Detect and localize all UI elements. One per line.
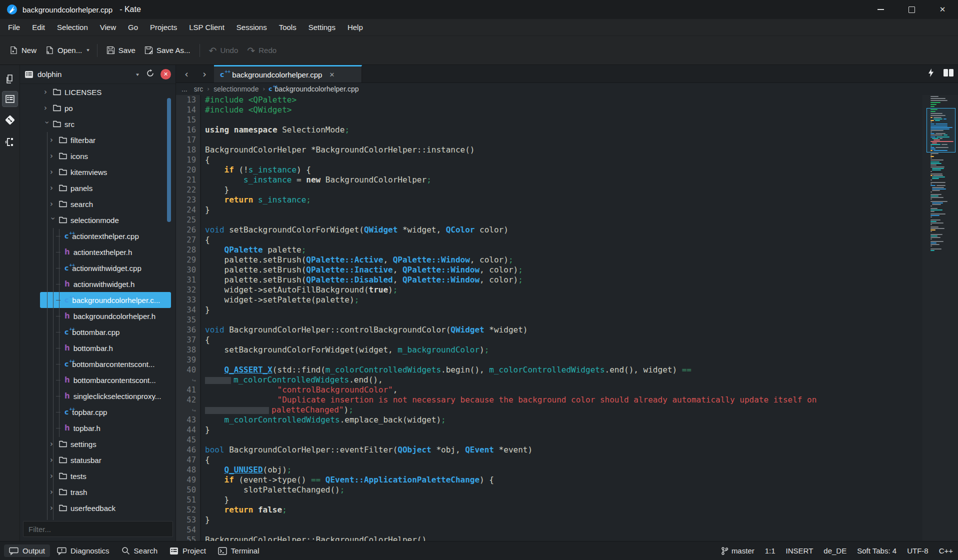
- tree-item-po[interactable]: ›po: [44, 100, 73, 116]
- tab-backgroundcolorhelper[interactable]: c++ backgroundcolorhelper.cpp ✕: [214, 65, 362, 82]
- chevron-collapsed-icon[interactable]: ›: [50, 200, 56, 208]
- menu-edit[interactable]: Edit: [26, 19, 51, 36]
- open-dropdown-chevron-icon[interactable]: ▾: [86, 48, 92, 52]
- redo-button[interactable]: ↷ Redo: [242, 43, 281, 58]
- git-branch-status[interactable]: master: [721, 546, 754, 556]
- breadcrumb-selectionmode[interactable]: selectionmode: [214, 85, 258, 93]
- menu-help[interactable]: Help: [342, 19, 369, 36]
- tree-item-panels[interactable]: ›panels: [50, 180, 92, 196]
- tree-item-tests[interactable]: ›tests: [50, 468, 86, 484]
- breadcrumb-file[interactable]: backgroundcolorhelper.cpp: [274, 85, 358, 93]
- tree-item-kitemviews[interactable]: ›kitemviews: [50, 164, 107, 180]
- tree-item-topbar-cpp[interactable]: c++topbar.cpp: [56, 404, 107, 420]
- menu-sessions[interactable]: Sessions: [230, 19, 273, 36]
- tree-item-src[interactable]: ›src: [44, 116, 74, 132]
- breadcrumb-src[interactable]: src: [194, 85, 204, 93]
- tree-item-trash[interactable]: ›trash: [50, 484, 87, 500]
- tree-item-actiontexthelper-h[interactable]: hactiontexthelper.h: [56, 244, 132, 260]
- dictionary-status[interactable]: de_DE: [824, 546, 846, 555]
- undo-button[interactable]: ↶ Undo: [204, 43, 243, 58]
- tab-mode-status[interactable]: Soft Tabs: 4: [857, 546, 896, 555]
- tree-item-singleclickselectionproxy-[interactable]: hsingleclickselectionproxy...: [56, 388, 161, 404]
- statusbar-output-button[interactable]: Output: [4, 544, 50, 557]
- code-line: }: [201, 515, 922, 525]
- code-line: [201, 315, 922, 325]
- chevron-expanded-icon[interactable]: ›: [48, 217, 58, 223]
- tree-scrollbar-thumb[interactable]: [167, 98, 171, 222]
- project-file-tree[interactable]: ›LICENSES›po›src›filterbar›icons›kitemvi…: [20, 84, 176, 520]
- minimap-code-bar: [930, 234, 942, 235]
- encoding-status[interactable]: UTF-8: [907, 546, 928, 555]
- chevron-collapsed-icon[interactable]: ›: [50, 152, 56, 160]
- sidebar-git-button[interactable]: [2, 112, 18, 128]
- cpp-file-icon: c++: [64, 329, 68, 335]
- statusbar-terminal-button[interactable]: Terminal: [213, 544, 264, 557]
- menu-tools[interactable]: Tools: [273, 19, 302, 36]
- open-button[interactable]: Open...: [41, 43, 86, 58]
- statusbar-project-button[interactable]: Project: [164, 544, 211, 557]
- tree-item-actiontexthelper-cpp[interactable]: c++actiontexthelper.cpp: [56, 228, 139, 244]
- tree-item-settings[interactable]: ›settings: [50, 436, 96, 452]
- code-editor[interactable]: #include <QPalette>#include <QWidget> us…: [201, 95, 922, 541]
- minimap-code-bar: [930, 201, 948, 202]
- menu-lsp-client[interactable]: LSP Client: [183, 19, 230, 36]
- tree-item-userfeedback[interactable]: ›userfeedback: [50, 500, 116, 516]
- save-as-button[interactable]: Save As...: [140, 43, 195, 58]
- chevron-collapsed-icon[interactable]: ›: [44, 104, 50, 112]
- minimap-code-bar: [934, 117, 942, 118]
- menu-projects[interactable]: Projects: [144, 19, 183, 36]
- back-button[interactable]: ‹: [178, 65, 195, 82]
- chevron-collapsed-icon[interactable]: ›: [50, 136, 56, 144]
- menu-selection[interactable]: Selection: [51, 19, 94, 36]
- chevron-collapsed-icon[interactable]: ›: [50, 168, 56, 176]
- save-button[interactable]: Save: [102, 43, 140, 58]
- tree-item-topbar-h[interactable]: htopbar.h: [56, 420, 100, 436]
- sidebar-documents-button[interactable]: [2, 71, 18, 87]
- menu-go[interactable]: Go: [122, 19, 144, 36]
- tree-item-licenses[interactable]: ›LICENSES: [44, 84, 102, 100]
- new-button[interactable]: New: [5, 43, 41, 58]
- tree-item-bottombar-h[interactable]: hbottombar.h: [56, 340, 113, 356]
- project-close-button[interactable]: ✕: [160, 69, 171, 80]
- tree-item-bottombarcontentscont-[interactable]: c++bottombarcontentscont...: [56, 356, 154, 372]
- tree-item-icons[interactable]: ›icons: [50, 148, 88, 164]
- tree-item-actionwithwidget-cpp[interactable]: c++actionwithwidget.cpp: [56, 260, 142, 276]
- split-view-icon[interactable]: [943, 68, 954, 79]
- sidebar-projects-button[interactable]: [2, 91, 18, 107]
- titlebar[interactable]: backgroundcolorhelper.cpp - Kate ✕: [0, 0, 958, 19]
- tree-item-filterbar[interactable]: ›filterbar: [50, 132, 96, 148]
- breadcrumb-ellipsis[interactable]: ...: [182, 85, 188, 93]
- chevron-collapsed-icon[interactable]: ›: [44, 88, 50, 96]
- tree-item-backgroundcolorhelper-h[interactable]: hbackgroundcolorhelper.h: [56, 308, 156, 324]
- filter-input[interactable]: [24, 522, 182, 536]
- minimap-scrollbar[interactable]: [922, 95, 958, 541]
- close-button[interactable]: ✕: [927, 0, 958, 19]
- code-line: [201, 525, 922, 535]
- menu-view[interactable]: View: [94, 19, 122, 36]
- forward-button[interactable]: ›: [196, 65, 213, 82]
- sidebar-lsp-symbols-button[interactable]: [2, 134, 18, 150]
- tab-close-icon[interactable]: ✕: [329, 71, 334, 78]
- tree-item-search[interactable]: ›search: [50, 196, 93, 212]
- tree-item-selectionmode[interactable]: ›selectionmode: [50, 212, 119, 228]
- project-combo-chevron-icon[interactable]: ▾: [136, 72, 139, 77]
- quick-open-lightning-icon[interactable]: [928, 68, 934, 79]
- project-refresh-button[interactable]: [146, 69, 154, 80]
- chevron-collapsed-icon[interactable]: ›: [50, 184, 56, 192]
- maximize-button[interactable]: [896, 0, 927, 19]
- tree-item-statusbar[interactable]: ›statusbar: [50, 452, 102, 468]
- minimize-button[interactable]: [865, 0, 896, 19]
- statusbar-search-button[interactable]: Search: [116, 544, 163, 557]
- input-mode-status[interactable]: INSERT: [786, 546, 814, 555]
- project-selector[interactable]: dolphin: [38, 70, 136, 78]
- menu-settings[interactable]: Settings: [302, 19, 342, 36]
- cursor-position-status[interactable]: 1:1: [765, 546, 776, 555]
- tree-item-bottombar-cpp[interactable]: c++bottombar.cpp: [56, 324, 120, 340]
- tree-item-actionwithwidget-h[interactable]: hactionwithwidget.h: [56, 276, 134, 292]
- tree-item-bottombarcontentscont-[interactable]: hbottombarcontentscont...: [56, 372, 156, 388]
- statusbar-diagnostics-button[interactable]: Diagnostics: [52, 544, 114, 557]
- menu-file[interactable]: File: [2, 19, 26, 36]
- chevron-expanded-icon[interactable]: ›: [42, 121, 52, 127]
- syntax-status[interactable]: C++: [939, 546, 953, 555]
- tree-item-backgroundcolorhelper-c-[interactable]: c++backgroundcolorhelper.c...: [56, 292, 160, 308]
